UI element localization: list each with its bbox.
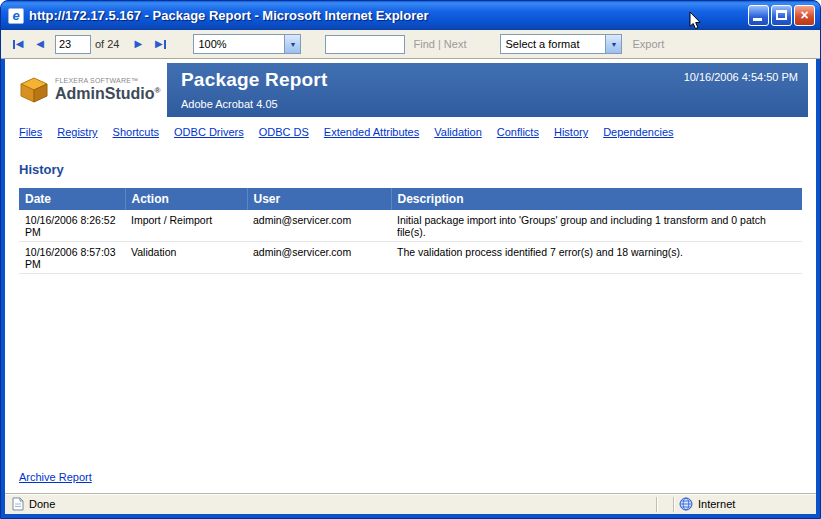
cell-user: admin@servicer.com [247,242,391,274]
maximize-icon [776,10,787,20]
report-title: Package Report [181,69,327,91]
page-number-input[interactable] [55,35,91,54]
history-table: Date Action User Description 10/16/2006 … [19,188,802,274]
maximize-button[interactable] [771,5,792,26]
find-next-links: Find | Next [413,38,466,50]
cell-action: Import / Reimport [125,210,247,242]
report-header-titles: Package Report Adobe Acrobat 4.05 [167,63,327,117]
adminstudio-cube-icon [19,77,49,104]
nav-link-history[interactable]: History [554,126,588,138]
table-header-row: Date Action User Description [19,188,802,210]
find-link[interactable]: Find [413,38,434,50]
next-link[interactable]: Next [444,38,467,50]
registered-mark: ® [155,86,161,95]
first-page-button[interactable]: ◀ [7,34,29,54]
brand-name: AdminStudio® [55,85,160,103]
close-button[interactable]: × [794,5,815,26]
column-header-user: User [247,188,391,210]
status-panel: Done [7,497,656,511]
close-icon: × [795,6,814,25]
archive-report-link[interactable]: Archive Report [19,471,92,483]
section-nav: Files Registry Shortcuts ODBC Drivers OD… [19,126,808,138]
table-row: 10/16/2006 8:26:52 PM Import / Reimport … [19,210,802,242]
cell-date: 10/16/2006 8:57:03 PM [19,242,125,274]
report-toolbar: ◀ ◀ of 24 ▶ ▶ 100% ▼ Find | Next Select … [1,30,820,59]
adminstudio-logo: FLEXERA SOFTWARE™ AdminStudio® [13,63,167,117]
cell-description: Initial package import into 'Groups' gro… [391,210,802,242]
cell-action: Validation [125,242,247,274]
nav-link-odbc-drivers[interactable]: ODBC Drivers [174,126,244,138]
nav-link-dependencies[interactable]: Dependencies [603,126,673,138]
zoom-select[interactable]: 100% ▼ [193,34,301,54]
ie-icon: e [8,8,24,24]
window-title: http://172.17.5.167 - Package Report - M… [29,8,743,23]
nav-link-shortcuts[interactable]: Shortcuts [113,126,159,138]
column-header-description: Description [391,188,802,210]
statusbar-divider [656,497,657,512]
last-page-button[interactable]: ▶ [149,34,171,54]
find-text-input[interactable] [325,35,405,54]
last-page-icon [164,40,166,49]
nav-link-files[interactable]: Files [19,126,42,138]
browser-window: e http://172.17.5.167 - Package Report -… [0,0,821,519]
brand-text: FLEXERA SOFTWARE™ AdminStudio® [55,77,160,102]
zoom-dropdown-button[interactable]: ▼ [284,35,300,53]
export-format-value: Select a format [501,38,605,50]
nav-link-extended-attributes[interactable]: Extended Attributes [324,126,419,138]
nav-link-conflicts[interactable]: Conflicts [497,126,539,138]
nav-link-registry[interactable]: Registry [57,126,97,138]
window-controls: × [748,5,815,26]
column-header-action: Action [125,188,247,210]
cell-date: 10/16/2006 8:26:52 PM [19,210,125,242]
cell-description: The validation process identified 7 erro… [391,242,802,274]
cell-user: admin@servicer.com [247,210,391,242]
globe-icon [679,497,693,511]
chevron-down-icon: ▼ [611,41,618,48]
format-dropdown-button[interactable]: ▼ [605,35,621,53]
security-zone-label: Internet [698,498,735,510]
previous-page-button[interactable]: ◀ [29,34,51,54]
status-bar: Done Internet [5,493,816,514]
column-header-date: Date [19,188,125,210]
previous-page-icon: ◀ [36,39,44,49]
page-icon [12,497,24,511]
nav-link-validation[interactable]: Validation [434,126,482,138]
minimize-button[interactable] [748,5,769,26]
first-page-icon [13,40,15,49]
mouse-cursor [689,11,702,30]
minimize-icon [753,18,762,21]
export-format-select[interactable]: Select a format ▼ [500,34,622,54]
report-datetime: 10/16/2006 4:54:50 PM [684,71,798,83]
nav-link-odbc-ds[interactable]: ODBC DS [259,126,309,138]
package-name: Adobe Acrobat 4.05 [181,98,327,110]
find-next-separator: | [438,38,441,50]
brand-small-text: FLEXERA SOFTWARE™ [55,77,160,85]
chevron-down-icon: ▼ [290,41,297,48]
status-text: Done [29,498,55,510]
next-page-button[interactable]: ▶ [127,34,149,54]
history-heading: History [19,162,816,177]
export-link[interactable]: Export [632,38,664,50]
table-row: 10/16/2006 8:57:03 PM Validation admin@s… [19,242,802,274]
page-count-label: of 24 [95,38,119,50]
security-zone-panel: Internet [674,497,814,511]
zoom-value: 100% [194,38,284,50]
report-page: FLEXERA SOFTWARE™ AdminStudio® Package R… [5,59,816,493]
next-page-icon: ▶ [135,39,143,49]
report-header: FLEXERA SOFTWARE™ AdminStudio® Package R… [13,63,808,117]
